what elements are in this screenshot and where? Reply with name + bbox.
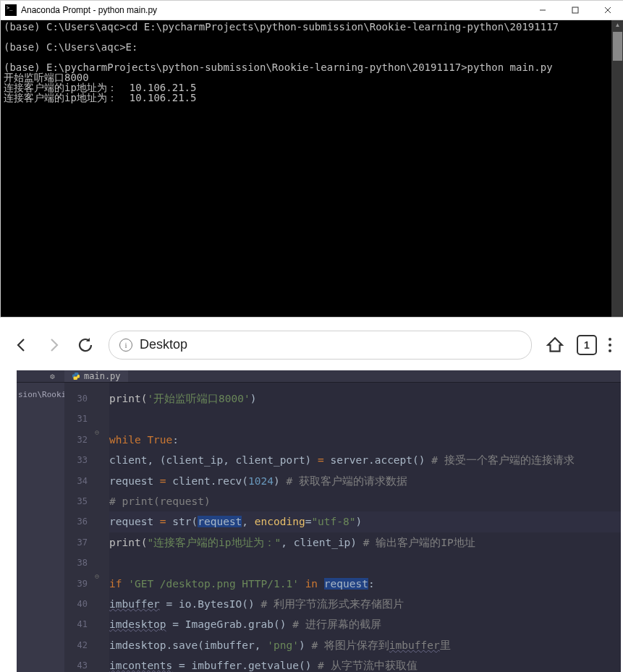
tab-count-button[interactable]: 1 bbox=[577, 335, 597, 355]
terminal-window: Anaconda Prompt - python main.py (base) … bbox=[0, 0, 623, 318]
code-line bbox=[109, 409, 621, 429]
code-line: imcontents = imbuffer.getvalue() # 从字节流中… bbox=[109, 655, 621, 672]
python-file-icon bbox=[72, 372, 80, 380]
code-line: request = client.recv(1024) # 获取客户端的请求数据 bbox=[109, 471, 621, 491]
titlebar[interactable]: Anaconda Prompt - python main.py bbox=[1, 1, 623, 20]
code-line: request = str(request, encoding="utf-8") bbox=[109, 511, 621, 532]
gear-icon[interactable]: ⚙ bbox=[50, 372, 59, 380]
maximize-button[interactable] bbox=[559, 1, 591, 20]
svg-rect-1 bbox=[572, 7, 578, 13]
terminal-scrollbar[interactable]: ▲ bbox=[611, 20, 623, 317]
code-line: imbuffer = io.BytesIO() # 利用字节流形式来存储图片 bbox=[109, 594, 621, 614]
code-line: imdesktop = ImageGrab.grab() # 进行屏幕的截屏 bbox=[109, 614, 621, 634]
tab-count-value: 1 bbox=[584, 339, 590, 351]
terminal-app-icon bbox=[5, 4, 17, 16]
fold-icon[interactable]: ⊖ bbox=[95, 572, 103, 581]
code-line: while True: bbox=[109, 430, 621, 450]
file-tab-label: main.py bbox=[84, 371, 121, 381]
url-text: Desktop bbox=[140, 337, 187, 352]
project-pane[interactable]: sion\Rookie bbox=[17, 383, 64, 672]
code-area[interactable]: print('开始监听端口8000') while True: client, … bbox=[109, 383, 621, 672]
home-button[interactable] bbox=[545, 335, 565, 355]
reload-button[interactable] bbox=[75, 335, 96, 355]
terminal-output[interactable]: (base) C:\Users\aqc>cd E:\pycharmProject… bbox=[1, 20, 611, 317]
site-info-icon[interactable]: i bbox=[119, 339, 132, 352]
fold-gutter: ⊖ ⊖ bbox=[92, 383, 109, 672]
file-tab-mainpy[interactable]: main.py bbox=[64, 370, 128, 382]
code-line: # print(request) bbox=[109, 491, 621, 511]
code-line: client, (client_ip, client_port) = serve… bbox=[109, 450, 621, 470]
code-line: print("连接客户端的ip地址为：", client_ip) # 输出客户端… bbox=[109, 532, 621, 553]
menu-button[interactable] bbox=[609, 338, 611, 352]
scrollbar-thumb[interactable] bbox=[613, 32, 622, 61]
code-line: imdesktop.save(imbuffer, 'png') # 将图片保存到… bbox=[109, 635, 621, 655]
code-line: print('开始监听端口8000') bbox=[109, 388, 621, 409]
code-line: if 'GET /desktop.png HTTP/1.1' in reques… bbox=[109, 574, 621, 594]
svg-marker-4 bbox=[548, 338, 562, 351]
close-button[interactable] bbox=[591, 1, 623, 20]
url-bar[interactable]: i Desktop bbox=[109, 331, 532, 360]
code-line bbox=[109, 553, 621, 573]
line-gutter: 30 31 32 33 34 35 36 37 38 39 40 41 42 4… bbox=[64, 383, 92, 672]
forward-button[interactable] bbox=[43, 335, 64, 355]
back-button[interactable] bbox=[12, 335, 32, 355]
fold-icon[interactable]: ⊖ bbox=[95, 428, 103, 437]
code-editor: ⚙ main.py sion\Rookie 30 31 32 33 34 35 … bbox=[17, 370, 621, 672]
window-controls bbox=[526, 1, 623, 20]
scrollbar-up-icon[interactable]: ▲ bbox=[615, 20, 621, 30]
editor-tabbar: ⚙ main.py bbox=[17, 370, 621, 383]
browser-toolbar: i Desktop 1 bbox=[0, 328, 623, 362]
project-path-fragment: sion\Rookie bbox=[18, 390, 64, 399]
minimize-button[interactable] bbox=[526, 1, 559, 20]
window-title: Anaconda Prompt - python main.py bbox=[21, 5, 157, 15]
